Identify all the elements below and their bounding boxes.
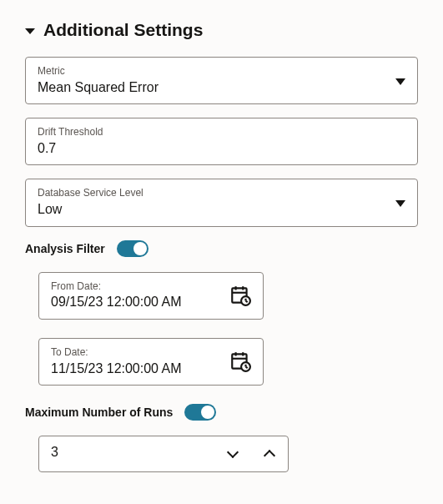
to-date-label: To Date: [51, 345, 182, 360]
db-service-level-label: Database Service Level [38, 186, 143, 200]
from-date-value: 09/15/23 12:00:00 AM [51, 293, 182, 311]
chevron-down-icon [395, 200, 405, 207]
drift-threshold-value: 0.7 [38, 139, 103, 158]
from-date-input[interactable]: From Date: 09/15/23 12:00:00 AM [38, 272, 264, 320]
analysis-filter-label: Analysis Filter [25, 242, 105, 255]
drift-threshold-label: Drift Threshold [38, 125, 103, 139]
additional-settings-header[interactable]: Additional Settings [25, 20, 418, 40]
max-runs-row: Maximum Number of Runs [25, 404, 418, 421]
calendar-clock-icon [229, 285, 251, 306]
chevron-down-icon [227, 446, 239, 458]
toggle-knob [133, 242, 147, 255]
db-service-level-select[interactable]: Database Service Level Low [25, 179, 418, 226]
to-date-value: 11/15/23 12:00:00 AM [51, 360, 182, 378]
metric-select[interactable]: Metric Mean Squared Error [25, 57, 418, 104]
analysis-filter-row: Analysis Filter [25, 240, 418, 257]
svg-line-13 [246, 367, 248, 369]
db-service-level-value: Low [38, 200, 143, 219]
drift-threshold-input[interactable]: Drift Threshold 0.7 [25, 118, 418, 165]
from-date-label: From Date: [51, 280, 182, 294]
collapse-icon [25, 28, 35, 34]
metric-label: Metric [38, 64, 159, 78]
toggle-knob [201, 406, 214, 419]
max-runs-stepper[interactable]: 3 [38, 436, 289, 472]
chevron-up-icon [264, 450, 275, 461]
analysis-filter-toggle[interactable] [117, 240, 149, 257]
decrement-button[interactable] [214, 436, 251, 471]
section-title: Additional Settings [43, 20, 203, 40]
svg-line-6 [246, 301, 248, 303]
metric-value: Mean Squared Error [38, 78, 159, 97]
chevron-down-icon [395, 78, 405, 85]
max-runs-label: Maximum Number of Runs [25, 406, 173, 419]
calendar-clock-icon [229, 350, 251, 372]
increment-button[interactable] [251, 436, 288, 471]
max-runs-value: 3 [39, 436, 70, 471]
to-date-input[interactable]: To Date: 11/15/23 12:00:00 AM [38, 338, 264, 386]
max-runs-toggle[interactable] [184, 404, 216, 421]
